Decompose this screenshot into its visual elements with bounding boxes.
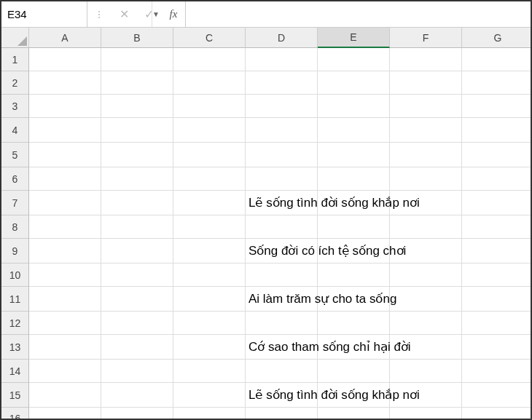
name-box-dropdown[interactable]: ▼: [152, 1, 160, 27]
cell-B3[interactable]: [101, 95, 173, 118]
cell-C15[interactable]: [173, 383, 246, 408]
cell-G4[interactable]: [462, 118, 532, 143]
row-header-1[interactable]: 1: [1, 48, 29, 71]
cell-A12[interactable]: [29, 312, 101, 335]
row-header-2[interactable]: 2: [1, 71, 29, 95]
cell-G2[interactable]: [462, 71, 532, 95]
cell-B15[interactable]: [101, 383, 173, 408]
select-all-corner[interactable]: [1, 28, 29, 48]
cell-D15[interactable]: Lẽ sống tình đời sống khắp nơi: [246, 383, 318, 408]
cell-C10[interactable]: [173, 264, 246, 287]
cell-D2[interactable]: [246, 71, 318, 95]
cell-A13[interactable]: [29, 335, 101, 360]
cell-F1[interactable]: [390, 48, 462, 71]
cell-G16[interactable]: [462, 408, 532, 420]
cell-A8[interactable]: [29, 215, 101, 239]
cell-C9[interactable]: [173, 239, 246, 264]
cell-F11[interactable]: [390, 287, 462, 312]
cell-F8[interactable]: [390, 215, 462, 239]
cell-E10[interactable]: [318, 264, 390, 287]
cell-C8[interactable]: [173, 215, 246, 239]
cell-C1[interactable]: [173, 48, 246, 71]
row-header-6[interactable]: 6: [1, 167, 29, 191]
cell-A5[interactable]: [29, 143, 101, 167]
cell-G6[interactable]: [462, 167, 532, 191]
col-header-B[interactable]: B: [101, 28, 173, 48]
cell-B12[interactable]: [101, 312, 173, 335]
row-header-13[interactable]: 13: [1, 335, 29, 360]
row-header-14[interactable]: 14: [1, 360, 29, 383]
cell-D4[interactable]: [246, 118, 318, 143]
cell-F6[interactable]: [390, 167, 462, 191]
cell-G8[interactable]: [462, 215, 532, 239]
row-header-12[interactable]: 12: [1, 312, 29, 335]
cell-E1[interactable]: [318, 48, 390, 71]
cell-C2[interactable]: [173, 71, 246, 95]
cell-E2[interactable]: [318, 71, 390, 95]
cell-A9[interactable]: [29, 239, 101, 264]
spreadsheet-grid[interactable]: ABCDEFG1234567Lẽ sống tình đời sống khắp…: [1, 28, 531, 420]
cell-C6[interactable]: [173, 167, 246, 191]
cell-B9[interactable]: [101, 239, 173, 264]
cell-A15[interactable]: [29, 383, 101, 408]
col-header-A[interactable]: A: [29, 28, 101, 48]
cell-G14[interactable]: [462, 360, 532, 383]
cell-E12[interactable]: [318, 312, 390, 335]
cell-B11[interactable]: [101, 287, 173, 312]
cell-B7[interactable]: [101, 191, 173, 215]
cell-D5[interactable]: [246, 143, 318, 167]
cell-D10[interactable]: [246, 264, 318, 287]
cell-B8[interactable]: [101, 215, 173, 239]
cell-A7[interactable]: [29, 191, 101, 215]
cell-E16[interactable]: [318, 408, 390, 420]
cell-D16[interactable]: [246, 408, 318, 420]
cell-C7[interactable]: [173, 191, 246, 215]
cell-C5[interactable]: [173, 143, 246, 167]
cell-A3[interactable]: [29, 95, 101, 118]
row-header-8[interactable]: 8: [1, 215, 29, 239]
cell-F4[interactable]: [390, 118, 462, 143]
cell-B14[interactable]: [101, 360, 173, 383]
cell-A4[interactable]: [29, 118, 101, 143]
cell-E14[interactable]: [318, 360, 390, 383]
name-box[interactable]: ▼: [1, 1, 87, 27]
row-header-16[interactable]: 16: [1, 408, 29, 420]
cell-F10[interactable]: [390, 264, 462, 287]
row-header-11[interactable]: 11: [1, 287, 29, 312]
cell-D6[interactable]: [246, 167, 318, 191]
cell-C4[interactable]: [173, 118, 246, 143]
col-header-C[interactable]: C: [173, 28, 246, 48]
formula-input[interactable]: [186, 1, 531, 27]
col-header-D[interactable]: D: [246, 28, 318, 48]
cell-D3[interactable]: [246, 95, 318, 118]
cell-F14[interactable]: [390, 360, 462, 383]
col-header-G[interactable]: G: [462, 28, 532, 48]
cell-B16[interactable]: [101, 408, 173, 420]
cell-G7[interactable]: [462, 191, 532, 215]
cell-D11[interactable]: Ai làm trăm sự cho ta sống: [246, 287, 318, 312]
cell-B4[interactable]: [101, 118, 173, 143]
cell-G10[interactable]: [462, 264, 532, 287]
cell-C16[interactable]: [173, 408, 246, 420]
cell-G12[interactable]: [462, 312, 532, 335]
cell-D1[interactable]: [246, 48, 318, 71]
cell-F12[interactable]: [390, 312, 462, 335]
cell-F3[interactable]: [390, 95, 462, 118]
cell-B10[interactable]: [101, 264, 173, 287]
cell-D12[interactable]: [246, 312, 318, 335]
fx-icon[interactable]: fx: [166, 7, 181, 22]
cell-B5[interactable]: [101, 143, 173, 167]
col-header-F[interactable]: F: [390, 28, 462, 48]
cell-E6[interactable]: [318, 167, 390, 191]
cell-C13[interactable]: [173, 335, 246, 360]
cell-A1[interactable]: [29, 48, 101, 71]
cell-A16[interactable]: [29, 408, 101, 420]
cell-B13[interactable]: [101, 335, 173, 360]
row-header-4[interactable]: 4: [1, 118, 29, 143]
cell-G9[interactable]: [462, 239, 532, 264]
cell-B2[interactable]: [101, 71, 173, 95]
col-header-E[interactable]: E: [318, 28, 390, 48]
cell-G5[interactable]: [462, 143, 532, 167]
cell-G13[interactable]: [462, 335, 532, 360]
cell-C3[interactable]: [173, 95, 246, 118]
